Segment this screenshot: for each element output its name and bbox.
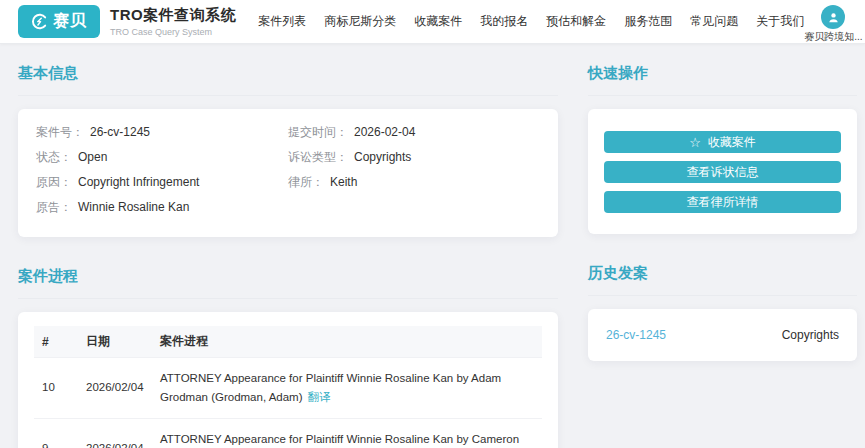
main-content: 基本信息 案件号： 26-cv-1245 状态： Open 原因： Copyri…: [0, 44, 865, 448]
basic-info-section: 基本信息 案件号： 26-cv-1245 状态： Open 原因： Copyri…: [18, 60, 558, 237]
field-value: Winnie Rosaline Kan: [78, 200, 189, 214]
field-status: 状态： Open: [36, 149, 288, 174]
field-reason: 原因： Copyright Infringement: [36, 174, 288, 199]
row-index: 10: [34, 358, 78, 419]
column-header-index: #: [34, 326, 78, 358]
star-icon: ☆: [689, 136, 701, 149]
app-title: TRO案件查询系统: [110, 6, 236, 25]
nav-item-faq[interactable]: 常见问题: [690, 13, 738, 30]
quick-actions-card: ☆ 收藏案件 查看诉状信息 查看律所详情: [588, 109, 857, 234]
basic-info-heading: 基本信息: [18, 60, 558, 96]
table-row: 10 2026/02/04 ATTORNEY Appearance for Pl…: [34, 358, 542, 419]
row-progress: ATTORNEY Appearance for Plaintiff Winnie…: [152, 358, 542, 419]
username: 赛贝跨境知...: [804, 30, 862, 44]
favorite-case-label: 收藏案件: [708, 134, 756, 151]
nav-item-about-us[interactable]: 关于我们: [756, 13, 804, 30]
quick-actions-section: 快速操作 ☆ 收藏案件 查看诉状信息 查看律所详情: [588, 60, 857, 234]
row-date: 2026/02/04: [78, 418, 152, 448]
field-label: 案件号：: [36, 124, 84, 141]
history-section: 历史发案 26-cv-1245 Copyrights: [588, 260, 857, 361]
history-card: 26-cv-1245 Copyrights: [588, 309, 857, 361]
field-case-number: 案件号： 26-cv-1245: [36, 124, 288, 149]
field-label: 提交时间：: [288, 124, 348, 141]
right-column: 快速操作 ☆ 收藏案件 查看诉状信息 查看律所详情 历史发案 26-cv-124…: [588, 60, 857, 448]
table-header-row: # 日期 案件进程: [34, 326, 542, 358]
history-case-link[interactable]: 26-cv-1245: [606, 328, 666, 342]
row-progress: ATTORNEY Appearance for Plaintiff Winnie…: [152, 418, 542, 448]
view-lawfirm-button[interactable]: 查看律所详情: [604, 191, 841, 213]
favorite-case-button[interactable]: ☆ 收藏案件: [604, 131, 841, 153]
field-submit-time: 提交时间： 2026-02-04: [288, 124, 540, 149]
left-column: 基本信息 案件号： 26-cv-1245 状态： Open 原因： Copyri…: [18, 60, 558, 448]
nav-item-case-list[interactable]: 案件列表: [258, 13, 306, 30]
app-subtitle: TRO Case Query System: [110, 27, 236, 37]
nav-item-nice-classification[interactable]: 商标尼斯分类: [324, 13, 396, 30]
history-case-type: Copyrights: [782, 328, 839, 342]
row-date: 2026/02/04: [78, 358, 152, 419]
field-value: Copyright Infringement: [78, 175, 199, 189]
translate-link[interactable]: 翻译: [308, 391, 331, 403]
logo[interactable]: 赛贝: [18, 5, 100, 38]
user-menu[interactable]: 赛贝跨境知...: [804, 0, 862, 44]
table-row: 9 2026/02/04 ATTORNEY Appearance for Pla…: [34, 418, 542, 448]
field-label: 律所：: [288, 174, 324, 191]
field-value: Copyrights: [354, 150, 411, 164]
basic-info-right-column: 提交时间： 2026-02-04 诉讼类型： Copyrights 律所： Ke…: [288, 124, 540, 224]
saibei-logo-icon: [31, 13, 48, 30]
header: 赛贝 TRO案件查询系统 TRO Case Query System 案件列表 …: [0, 0, 865, 44]
nav-item-settlement-estimate[interactable]: 预估和解金: [546, 13, 606, 30]
main-nav: 案件列表 商标尼斯分类 收藏案件 我的报名 预估和解金 服务范围 常见问题 关于…: [258, 13, 804, 30]
progress-text: ATTORNEY Appearance for Plaintiff Winnie…: [160, 433, 519, 448]
history-heading: 历史发案: [588, 260, 857, 296]
view-complaint-button[interactable]: 查看诉状信息: [604, 161, 841, 183]
field-law-firm: 律所： Keith: [288, 174, 540, 199]
quick-actions-heading: 快速操作: [588, 60, 857, 96]
case-progress-heading: 案件进程: [18, 263, 558, 299]
field-label: 诉讼类型：: [288, 149, 348, 166]
field-litigation-type: 诉讼类型： Copyrights: [288, 149, 540, 174]
nav-item-my-registration[interactable]: 我的报名: [480, 13, 528, 30]
field-value: 26-cv-1245: [90, 125, 150, 139]
field-label: 状态：: [36, 149, 72, 166]
column-header-progress: 案件进程: [152, 326, 542, 358]
row-index: 9: [34, 418, 78, 448]
field-value: 2026-02-04: [354, 125, 415, 139]
title-block: TRO案件查询系统 TRO Case Query System: [110, 6, 236, 37]
nav-item-service-scope[interactable]: 服务范围: [624, 13, 672, 30]
nav-item-favorite-cases[interactable]: 收藏案件: [414, 13, 462, 30]
field-label: 原因：: [36, 174, 72, 191]
column-header-date: 日期: [78, 326, 152, 358]
case-progress-card: # 日期 案件进程 10 2026/02/04 ATTORNEY Appeara…: [18, 312, 558, 448]
logo-text: 赛贝: [53, 11, 87, 32]
field-value: Open: [78, 150, 107, 164]
field-value: Keith: [330, 175, 357, 189]
case-progress-section: 案件进程 # 日期 案件进程 10 2026/02/04: [18, 263, 558, 448]
basic-info-card: 案件号： 26-cv-1245 状态： Open 原因： Copyright I…: [18, 109, 558, 237]
case-progress-table: # 日期 案件进程 10 2026/02/04 ATTORNEY Appeara…: [34, 326, 542, 448]
field-plaintiff: 原告： Winnie Rosaline Kan: [36, 199, 288, 224]
user-avatar-icon: [821, 5, 845, 29]
basic-info-left-column: 案件号： 26-cv-1245 状态： Open 原因： Copyright I…: [36, 124, 288, 224]
field-label: 原告：: [36, 199, 72, 216]
